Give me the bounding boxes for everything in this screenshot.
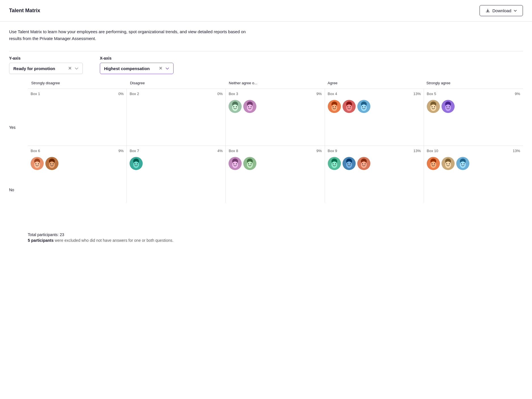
page-title: Talent Matrix: [9, 8, 40, 14]
col-header: Agree: [325, 81, 424, 87]
box-percentage: 0%: [118, 92, 124, 96]
dropdown-y-icon[interactable]: [75, 66, 79, 70]
clear-x-icon[interactable]: ✕: [159, 66, 162, 71]
matrix-cell[interactable]: Box 39%: [226, 89, 325, 146]
col-header: Strongly agree: [424, 81, 523, 87]
y-axis-label: Y-axis: [9, 56, 83, 60]
matrix-wrapper: YesNo Strongly disagreeDisagreeNeither a…: [9, 81, 523, 221]
avatar[interactable]: [427, 157, 440, 170]
avatar-face: [328, 100, 341, 113]
matrix-cell[interactable]: Box 89%: [226, 146, 325, 203]
clear-y-icon[interactable]: ✕: [68, 66, 72, 71]
avatar-face: [229, 157, 242, 170]
matrix-cell[interactable]: Box 69%: [28, 146, 127, 203]
avatar[interactable]: [45, 157, 58, 170]
excluded-text: 5 participants were excluded who did not…: [28, 238, 523, 243]
svg-point-17: [346, 104, 352, 111]
matrix-cell[interactable]: Box 913%: [325, 146, 424, 203]
avatar[interactable]: [343, 157, 356, 170]
avatar[interactable]: [243, 100, 256, 113]
x-axis-select[interactable]: Highest compensation ✕: [100, 63, 174, 74]
svg-point-43: [50, 163, 51, 164]
col-header: Disagree: [128, 81, 226, 87]
svg-point-48: [134, 163, 135, 164]
avatar[interactable]: [130, 157, 143, 170]
matrix-container: YesNo Strongly disagreeDisagreeNeither a…: [0, 74, 532, 228]
svg-point-19: [350, 106, 351, 107]
matrix-cell[interactable]: Box 74%: [127, 146, 226, 203]
avatar-face: [357, 100, 370, 113]
download-button[interactable]: Download: [480, 5, 523, 16]
avatar[interactable]: [357, 157, 370, 170]
avatar[interactable]: [229, 100, 242, 113]
box-label: Box 9: [328, 149, 337, 153]
svg-point-37: [34, 161, 40, 168]
svg-point-9: [251, 106, 252, 107]
avatars-group: [328, 100, 421, 113]
avatar-face: [130, 157, 143, 170]
matrix-cell[interactable]: Box 413%: [325, 89, 424, 146]
avatar[interactable]: [442, 157, 455, 170]
box-percentage: 0%: [218, 92, 223, 96]
y-axis-row-label: No: [9, 159, 23, 221]
svg-point-82: [445, 161, 451, 168]
matrix-cell[interactable]: Box 1013%: [424, 146, 523, 203]
matrix-row: Box 69%: [28, 146, 523, 203]
svg-point-13: [332, 106, 333, 107]
avatar-face: [45, 157, 58, 170]
avatars-group: [229, 157, 322, 170]
avatar[interactable]: [229, 157, 242, 170]
avatars-group: [328, 157, 421, 170]
avatar-face: [357, 157, 370, 170]
matrix-cell[interactable]: Box 20%: [127, 89, 226, 146]
avatar-face: [442, 100, 455, 113]
box-label: Box 1: [31, 92, 40, 96]
svg-point-74: [364, 163, 365, 164]
svg-point-44: [53, 163, 54, 164]
box-label: Box 2: [130, 92, 139, 96]
avatar[interactable]: [357, 100, 370, 113]
avatar[interactable]: [31, 157, 44, 170]
box-percentage: 4%: [218, 149, 223, 153]
footer-info: Total participants: 23 5 participants we…: [0, 228, 532, 243]
svg-point-67: [346, 161, 352, 168]
svg-point-3: [233, 106, 234, 107]
avatar-face: [328, 157, 341, 170]
svg-point-32: [445, 104, 451, 111]
svg-point-39: [38, 163, 39, 164]
x-axis-group: X-axis Highest compensation ✕: [100, 56, 174, 74]
avatars-group: [229, 100, 322, 113]
svg-point-72: [361, 161, 367, 168]
svg-point-77: [430, 161, 436, 168]
svg-point-52: [232, 161, 238, 168]
svg-point-2: [232, 104, 238, 111]
y-axis-row-label: Yes: [9, 96, 23, 159]
dropdown-x-icon[interactable]: [165, 66, 169, 70]
avatar[interactable]: [427, 100, 440, 113]
box-label: Box 4: [328, 92, 337, 96]
matrix-cell[interactable]: Box 10%: [28, 89, 127, 146]
svg-point-57: [247, 161, 253, 168]
box-percentage: 13%: [413, 149, 421, 153]
avatar[interactable]: [328, 157, 341, 170]
avatar[interactable]: [243, 157, 256, 170]
svg-point-23: [362, 106, 363, 107]
box-label: Box 10: [427, 149, 438, 153]
avatar[interactable]: [456, 157, 469, 170]
avatar[interactable]: [328, 100, 341, 113]
col-header: Strongly disagree: [29, 81, 128, 87]
svg-point-12: [331, 104, 337, 111]
avatar-face: [456, 157, 469, 170]
svg-point-69: [350, 163, 351, 164]
svg-point-59: [251, 163, 252, 164]
svg-point-29: [434, 106, 435, 107]
avatars-group: [31, 157, 124, 170]
avatar[interactable]: [442, 100, 455, 113]
y-axis-select[interactable]: Ready for promotion ✕: [9, 63, 83, 74]
avatar-face: [343, 100, 356, 113]
svg-point-68: [347, 163, 348, 164]
avatar-face: [442, 157, 455, 170]
y-axis-group: Y-axis Ready for promotion ✕: [9, 56, 83, 74]
matrix-cell[interactable]: Box 59%: [424, 89, 523, 146]
avatar[interactable]: [343, 100, 356, 113]
